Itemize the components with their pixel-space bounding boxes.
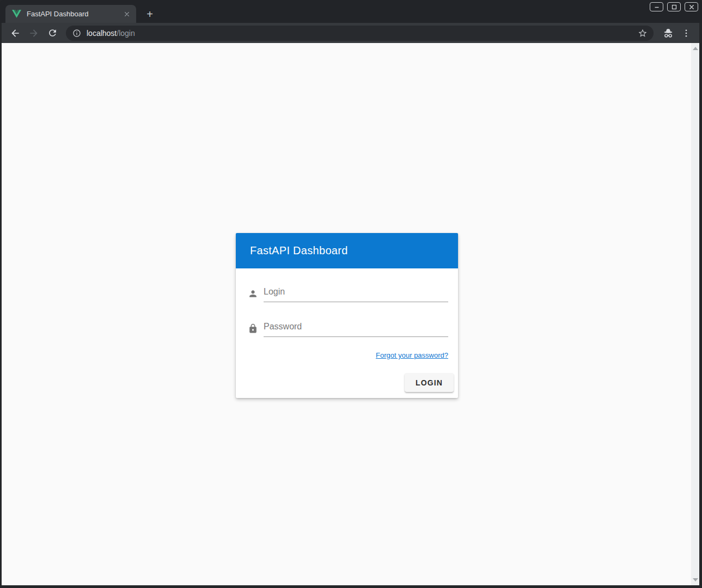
login-card: FastAPI Dashboard xyxy=(236,233,458,398)
back-arrow-icon xyxy=(10,28,21,39)
login-card-actions: LOGIN xyxy=(236,360,458,398)
info-icon[interactable] xyxy=(72,29,81,38)
forgot-password-row: Forgot your password? xyxy=(248,350,448,360)
password-field xyxy=(264,321,448,337)
close-button[interactable] xyxy=(685,2,698,11)
scroll-down-arrow-icon[interactable] xyxy=(693,578,698,581)
browser-toolbar: localhost/login xyxy=(2,23,699,43)
scroll-up-arrow-icon[interactable] xyxy=(693,47,698,50)
login-input[interactable] xyxy=(264,286,448,298)
forward-arrow-icon xyxy=(28,28,39,39)
browser-titlebar: FastAPI Dashboard + xyxy=(0,0,702,23)
url-text: localhost/login xyxy=(87,29,135,38)
new-tab-button[interactable]: + xyxy=(143,7,157,21)
maximize-button[interactable] xyxy=(667,2,681,11)
login-field xyxy=(264,286,448,302)
forgot-password-link[interactable]: Forgot your password? xyxy=(376,351,448,359)
reload-icon xyxy=(47,28,58,38)
bookmark-button[interactable] xyxy=(635,26,650,41)
kebab-menu-icon xyxy=(681,28,691,38)
tab-close-icon[interactable] xyxy=(122,9,132,19)
browser-window: FastAPI Dashboard + xyxy=(0,0,702,588)
forward-button[interactable] xyxy=(26,25,42,41)
browser-frame: localhost/login xyxy=(2,23,699,585)
browser-menu-button[interactable] xyxy=(679,26,694,41)
password-field-row xyxy=(248,321,448,337)
close-icon xyxy=(688,4,695,10)
login-card-title: FastAPI Dashboard xyxy=(250,244,348,257)
incognito-icon xyxy=(660,25,676,41)
window-controls xyxy=(650,2,698,11)
url-bar[interactable]: localhost/login xyxy=(66,26,654,41)
minimize-button[interactable] xyxy=(650,2,663,11)
maximize-icon xyxy=(671,4,677,10)
login-button[interactable]: LOGIN xyxy=(405,373,454,392)
url-path: /login xyxy=(117,29,135,38)
lock-icon xyxy=(248,323,259,337)
password-input[interactable] xyxy=(264,321,448,333)
page-content: FastAPI Dashboard xyxy=(2,43,699,585)
login-card-body: Forgot your password? xyxy=(236,268,458,360)
reload-button[interactable] xyxy=(44,25,60,41)
back-button[interactable] xyxy=(7,25,23,41)
minimize-icon xyxy=(654,4,660,10)
tab-title: FastAPI Dashboard xyxy=(27,10,122,18)
browser-tab[interactable]: FastAPI Dashboard xyxy=(5,5,136,23)
url-host: localhost xyxy=(87,29,117,38)
star-icon xyxy=(638,28,648,38)
login-card-header: FastAPI Dashboard xyxy=(236,233,458,268)
person-icon xyxy=(248,289,259,302)
page-scrollbar[interactable] xyxy=(691,43,699,585)
login-field-row xyxy=(248,286,448,302)
vue-logo-icon xyxy=(12,10,21,18)
